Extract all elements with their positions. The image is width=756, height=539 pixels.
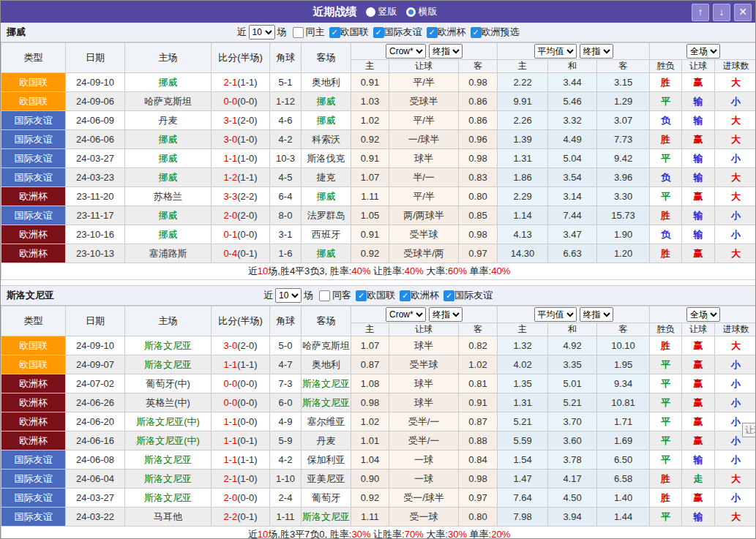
horizontal-radio-label[interactable]: 横版 [419,5,438,18]
summary-label: 单率: [467,529,491,539]
avg-draw-odds: 4.49 [548,130,597,149]
odds-away-header: 客 [459,60,498,73]
halftime-score: (1-0) [237,473,257,484]
league-checkbox-label[interactable]: 欧国联 [367,289,395,302]
same-venue-checkbox[interactable] [319,290,330,301]
vertical-radio-label[interactable]: 竖版 [378,5,397,18]
move-up-button[interactable]: ↑ [692,4,709,21]
goals-cell: 小 [715,355,756,374]
league-checkbox-label[interactable]: 欧洲杯 [411,289,439,302]
halftime-score: (0-0) [237,96,257,107]
recent-label: 近 [237,26,247,39]
corner-score: 1-11 [270,508,302,527]
crow-away-odds: 0.91 [459,393,498,412]
header-group-row: 类型日期主场比分(半场)角球客场Crow*终指平均值终指全场 [1,306,756,323]
results-table: 类型日期主场比分(半场)角球客场Crow*终指平均值终指全场主让球客主和客胜负让… [1,42,756,280]
crow-home-odds: 0.91 [351,149,389,168]
average-select[interactable]: 平均值 [534,307,577,322]
result-cell: 胜 [650,336,682,355]
halftime-score: (0-0) [237,416,257,427]
match-score: 3-1(2-0) [212,111,270,130]
crow-handicap: 球半 [389,393,459,412]
fullmatch-select[interactable]: 全场 [686,307,720,322]
league-checkbox-label[interactable]: 欧洲预选 [482,26,520,39]
crow-away-odds: 0.83 [459,168,498,187]
same-venue-label[interactable]: 同客 [332,289,351,302]
result-cell: 胜 [650,489,682,508]
move-down-button[interactable]: ↓ [713,4,730,21]
league-checkbox[interactable]: ✓ [329,27,340,38]
recent-count-select[interactable]: 10 [275,288,302,303]
average-final-index-select[interactable]: 终指 [580,44,613,59]
league-checkbox[interactable]: ✓ [356,290,367,301]
away-team: 法罗群岛 [302,206,351,225]
crow-home-odds: 1.11 [351,508,389,527]
corner-score: 1-10 [270,470,302,489]
vertical-radio[interactable] [366,7,375,17]
fullmatch-select[interactable]: 全场 [686,44,720,59]
avg-away-odds: 1.20 [597,244,650,263]
table-footer: 近10场,胜4平3负3, 胜率:40% 让胜率:40% 大率:60% 单率:40… [1,263,756,280]
avg-home-odds: 4.13 [498,225,548,244]
type-badge: 欧洲杯 [1,374,66,393]
average-final-index-select[interactable]: 终指 [580,307,613,322]
summary-row: 近10场,胜3平7负0, 胜率:30% 让胜率:70% 大率:30% 单率:20… [1,527,756,539]
same-venue-label[interactable]: 同主 [306,26,325,39]
fulltime-score: 3-1 [223,115,237,126]
avg-away-odds: 1.95 [597,355,650,374]
crow-home-odds: 0.92 [351,489,389,508]
league-checkbox-label[interactable]: 国际友谊 [454,289,493,302]
down-arrow-icon: ↓ [719,6,725,18]
same-venue-checkbox[interactable] [293,27,304,38]
goals-cell: 小 [715,489,756,508]
close-button[interactable]: ✕ [734,4,752,21]
away-team: 斯洛文尼亚 [302,508,351,527]
final-index-select[interactable]: 终指 [429,44,463,59]
league-checkbox[interactable]: ✓ [471,27,482,38]
crow-select[interactable]: Crow* [386,44,426,59]
halftime-score: (1-1) [237,77,257,88]
col-score-header: 比分(半场) [212,306,270,336]
league-checkbox[interactable]: ✓ [444,290,454,301]
match-date: 24-09-10 [66,73,125,92]
filter-bar: 近10场同主✓欧国联✓国际友谊✓欧洲杯✓欧洲预选 [237,25,520,39]
crow-home-odds: 0.91 [351,73,389,92]
match-date: 23-10-16 [66,225,125,244]
home-team: 斯洛文尼亚 [125,355,212,374]
league-checkbox-label[interactable]: 欧洲杯 [438,26,466,39]
fulltime-score: 2-2 [223,511,237,522]
result-cell: 平 [650,355,682,374]
halftime-score: (0-1) [237,248,257,259]
horizontal-radio[interactable] [406,7,416,17]
crow-home-odds: 1.03 [351,92,389,111]
home-team: 丹麦 [125,111,212,130]
average-select[interactable]: 平均值 [534,44,577,59]
crow-select[interactable]: Crow* [386,307,426,322]
fulltime-score: 2-0 [223,492,237,503]
goals-cell: 小 [715,225,756,244]
league-checkbox[interactable]: ✓ [373,27,384,38]
table-header: 类型日期主场比分(半场)角球客场Crow*终指平均值终指全场主让球客主和客胜负让… [1,306,756,336]
crow-handicap: 球半 [389,149,459,168]
goals-cell: 大 [715,111,756,130]
crow-home-odds: 0.91 [351,225,389,244]
summary-value: 10 [258,529,268,539]
match-date: 24-03-27 [66,489,125,508]
recent-count-select[interactable]: 10 [249,25,275,39]
league-checkbox[interactable]: ✓ [427,27,438,38]
home-team: 斯洛文尼亚 [125,336,212,355]
avg-away-odds: 1.40 [597,489,650,508]
crow-away-odds: 0.87 [459,412,498,431]
league-checkbox-label[interactable]: 国际友谊 [384,26,422,39]
summary-label: 大率: [424,529,448,539]
section-bar: 挪威近10场同主✓欧国联✓国际友谊✓欧洲杯✓欧洲预选 [1,23,755,42]
avg-home-header: 主 [498,60,548,73]
avg-away-odds: 1.29 [597,92,650,111]
league-checkbox-label[interactable]: 欧国联 [340,26,369,39]
league-checkbox[interactable]: ✓ [400,290,411,301]
avg-home-odds: 7.64 [498,489,548,508]
final-index-select[interactable]: 终指 [429,307,463,322]
col-home-header: 主场 [125,306,212,336]
summary-label: 让胜率: [370,265,404,276]
result-cell: 平 [650,451,682,470]
